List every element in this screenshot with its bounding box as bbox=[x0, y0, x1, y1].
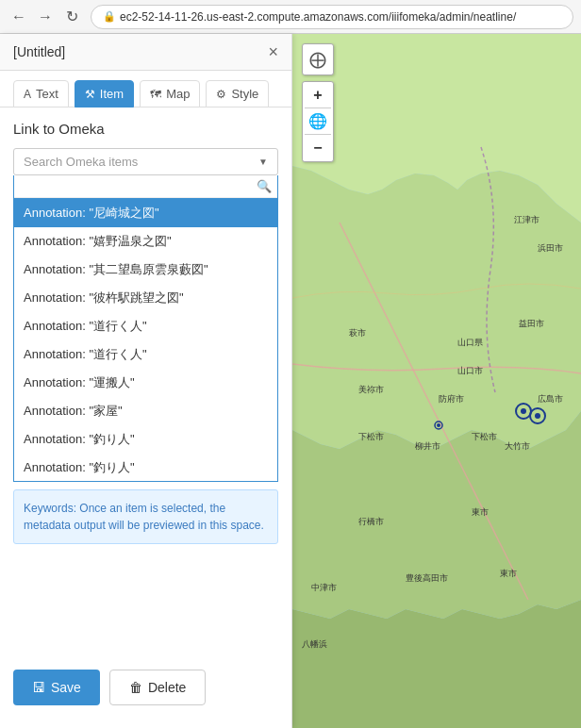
delete-label: Delete bbox=[148, 680, 186, 695]
search-icon: 🔍 bbox=[257, 179, 272, 193]
style-tab-icon: ⚙ bbox=[216, 88, 226, 101]
section-title: Link to Omeka bbox=[13, 121, 278, 137]
map-image: 江津市 浜田市 山口県 山口市 美祢市 防府市 益田市 萩市 広島市 下松市 下… bbox=[292, 34, 581, 728]
nav-buttons: ← → ↻ bbox=[8, 6, 83, 28]
delete-button[interactable]: 🗑 Delete bbox=[109, 670, 206, 705]
svg-text:山口県: 山口県 bbox=[457, 338, 483, 347]
tab-style[interactable]: ⚙ Style bbox=[206, 80, 269, 108]
zoom-control-group: + 🌐 − bbox=[302, 81, 334, 162]
omeka-search-dropdown: Search Omeka items ▼ 🔍 Annotation: "尼崎城之… bbox=[13, 148, 278, 482]
svg-text:柳井市: 柳井市 bbox=[415, 441, 440, 451]
tab-item[interactable]: ⚒ Item bbox=[75, 80, 134, 108]
action-buttons: 🖫 Save 🗑 Delete bbox=[0, 656, 219, 719]
list-item[interactable]: Annotation: "尼崎城之図" bbox=[14, 199, 277, 227]
address-bar[interactable]: 🔒 ec2-52-14-11-26.us-east-2.compute.amaz… bbox=[91, 5, 573, 29]
browser-bar: ← → ↻ 🔒 ec2-52-14-11-26.us-east-2.comput… bbox=[0, 0, 581, 34]
svg-text:行橋市: 行橋市 bbox=[358, 517, 384, 526]
save-label: Save bbox=[51, 680, 81, 695]
dropdown-header[interactable]: Search Omeka items ▼ bbox=[13, 148, 278, 175]
zoom-out-button[interactable]: − bbox=[305, 135, 331, 161]
save-icon: 🖫 bbox=[32, 680, 45, 695]
svg-text:山口市: 山口市 bbox=[457, 366, 483, 375]
search-box-container: 🔍 bbox=[13, 175, 278, 199]
svg-text:中津市: 中津市 bbox=[311, 583, 337, 592]
list-item[interactable]: Annotation: "運搬人" bbox=[14, 369, 277, 397]
map-area: ⨁ + 🌐 − bbox=[292, 34, 581, 728]
list-item[interactable]: Annotation: "家屋" bbox=[14, 397, 277, 425]
url-text: ec2-52-14-11-26.us-east-2.compute.amazon… bbox=[120, 10, 516, 24]
save-button[interactable]: 🖫 Save bbox=[13, 670, 100, 705]
back-button[interactable]: ← bbox=[8, 6, 30, 28]
chevron-down-icon: ▼ bbox=[258, 157, 268, 167]
svg-text:美祢市: 美祢市 bbox=[358, 385, 384, 394]
tabs-bar: A Text ⚒ Item 🗺 Map ⚙ Style bbox=[0, 71, 291, 108]
svg-point-21 bbox=[521, 408, 526, 414]
pan-control[interactable]: ⨁ bbox=[302, 43, 334, 75]
map-controls: ⨁ + 🌐 − bbox=[302, 43, 334, 162]
svg-text:萩市: 萩市 bbox=[349, 328, 366, 338]
svg-text:益田市: 益田市 bbox=[519, 319, 544, 328]
lock-icon: 🔒 bbox=[103, 10, 116, 23]
item-tab-icon: ⚒ bbox=[85, 88, 95, 101]
panel-header: [Untitled] × bbox=[0, 34, 291, 71]
tab-item-label: Item bbox=[100, 87, 124, 101]
panel-title: [Untitled] bbox=[13, 44, 65, 59]
panel-content: Link to Omeka Search Omeka items ▼ 🔍 Ann… bbox=[0, 108, 291, 557]
list-item[interactable]: Annotation: "彼杵駅跳望之図" bbox=[14, 284, 277, 312]
main-area: [Untitled] × A Text ⚒ Item 🗺 Map ⚙ Style bbox=[0, 34, 581, 728]
search-input-row: 🔍 bbox=[14, 175, 277, 198]
svg-point-23 bbox=[535, 413, 540, 419]
list-item[interactable]: Annotation: "道行く人" bbox=[14, 312, 277, 340]
pan-icon: ⨁ bbox=[309, 49, 326, 70]
tab-map-label: Map bbox=[166, 87, 190, 101]
dropdown-placeholder: Search Omeka items bbox=[24, 155, 138, 169]
svg-text:大竹市: 大竹市 bbox=[505, 441, 530, 451]
svg-text:江津市: 江津市 bbox=[514, 215, 540, 224]
list-item[interactable]: Annotation: "其二望島原雲泉藪図" bbox=[14, 256, 277, 284]
trash-icon: 🗑 bbox=[129, 680, 142, 695]
svg-text:防府市: 防府市 bbox=[439, 394, 464, 404]
svg-text:下松市: 下松市 bbox=[358, 432, 384, 441]
list-item[interactable]: Annotation: "釣り人" bbox=[14, 454, 277, 482]
globe-button[interactable]: 🌐 bbox=[305, 108, 331, 135]
left-panel: [Untitled] × A Text ⚒ Item 🗺 Map ⚙ Style bbox=[0, 34, 292, 728]
svg-text:八幡浜: 八幡浜 bbox=[302, 639, 327, 649]
svg-text:東市: 東市 bbox=[472, 507, 489, 517]
search-input[interactable] bbox=[20, 179, 257, 193]
svg-text:浜田市: 浜田市 bbox=[538, 243, 563, 253]
info-text: Keywords: Once an item is selected, the … bbox=[13, 489, 278, 544]
tab-text-label: Text bbox=[36, 87, 58, 101]
svg-text:下松市: 下松市 bbox=[472, 432, 497, 441]
list-item[interactable]: Annotation: "釣り人" bbox=[14, 425, 277, 454]
map-tab-icon: 🗺 bbox=[150, 88, 161, 101]
svg-point-25 bbox=[437, 423, 440, 427]
forward-button[interactable]: → bbox=[34, 6, 57, 28]
svg-text:豊後高田市: 豊後高田市 bbox=[406, 573, 448, 583]
dropdown-list: Annotation: "尼崎城之図" Annotation: "嬉野温泉之図"… bbox=[13, 199, 278, 482]
refresh-button[interactable]: ↻ bbox=[60, 6, 83, 28]
svg-text:広島市: 広島市 bbox=[538, 394, 563, 404]
zoom-in-button[interactable]: + bbox=[305, 82, 331, 108]
svg-text:東市: 東市 bbox=[500, 569, 517, 578]
close-button[interactable]: × bbox=[268, 43, 278, 60]
list-item[interactable]: Annotation: "嬉野温泉之図" bbox=[14, 227, 277, 256]
text-tab-icon: A bbox=[24, 88, 31, 101]
tab-text[interactable]: A Text bbox=[13, 80, 69, 108]
tab-map[interactable]: 🗺 Map bbox=[140, 80, 200, 108]
info-text-content: Keywords: Once an item is selected, the … bbox=[24, 502, 264, 532]
tab-style-label: Style bbox=[231, 87, 258, 101]
list-item[interactable]: Annotation: "道行く人" bbox=[14, 340, 277, 369]
